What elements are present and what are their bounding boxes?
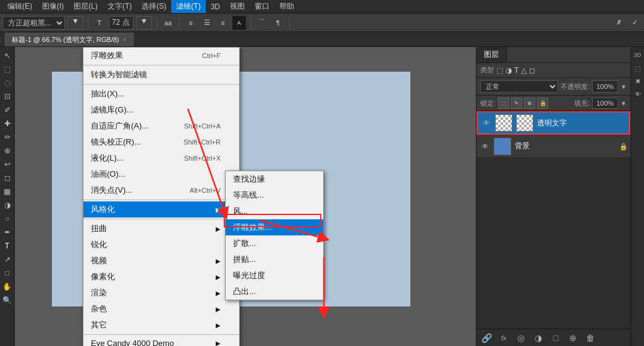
align-center-icon[interactable]: ☰ [200, 16, 214, 30]
layer-item-bg[interactable]: 👁 背景 🔒 [477, 135, 630, 158]
3d-panel-btn[interactable]: 3D [632, 49, 643, 61]
lock-icon-all[interactable]: 🔒 [537, 98, 548, 109]
delete-layer-btn[interactable]: 🗑 [584, 332, 596, 344]
menu-item-pixelate[interactable]: 像素化 ▶ [83, 269, 239, 285]
menu-item-noise[interactable]: 杂色 ▶ [83, 301, 239, 317]
select-tool[interactable]: ⬚ [1, 63, 14, 75]
layer-item-text[interactable]: 👁 透明文字 [477, 111, 630, 135]
menu-item-smart-filter[interactable]: 转换为智能滤镜 [83, 67, 239, 83]
new-group-btn[interactable]: □ [549, 332, 562, 344]
lock-icon-move[interactable]: ⊕ [524, 98, 535, 109]
menu-item-float-effect-top[interactable]: 浮雕效果 Ctrl+F [83, 48, 239, 64]
menu-item-video[interactable]: 视频 ▶ [83, 253, 239, 269]
menu-item-vanishing[interactable]: 消失点(V)... Alt+Ctrl+V [83, 182, 239, 198]
font-size-dropdown[interactable]: ▼ [136, 16, 152, 30]
add-mask-btn[interactable]: ◎ [515, 332, 527, 344]
text-color-icon[interactable]: A [232, 16, 246, 30]
menu-item-eye-candy-demo[interactable]: Eye Candy 4000 Demo ▶ [83, 336, 239, 346]
blur-tool[interactable]: ◑ [1, 199, 14, 211]
stylize-item-equal-high[interactable]: 等高线... [226, 187, 323, 203]
shape-tool[interactable]: □ [1, 267, 14, 279]
layer-eye-bg[interactable]: 👁 [480, 141, 490, 151]
pen-tool[interactable]: ✒ [1, 226, 14, 238]
adjustment-btn[interactable]: ◑ [532, 332, 544, 344]
canvas-tab[interactable]: 标题-1 @ 66.7% (透明文字, RGB/8) × [5, 33, 133, 46]
menu-item-filter-gallery[interactable]: 滤镜库(G)... [83, 102, 239, 118]
menu-item-oil[interactable]: 油画(O)... [83, 166, 239, 182]
layers-tab-layers[interactable]: 图层 [477, 47, 507, 62]
stamp-tool[interactable]: ⊕ [1, 145, 14, 157]
stylize-item-wind[interactable]: 风... [226, 203, 323, 219]
lock-icon-draw[interactable]: ✎ [511, 98, 522, 109]
panel-btn-1[interactable]: ⬚ [632, 62, 643, 74]
menu-item-adaptive-wide[interactable]: 自适应广角(A)... Shift+Ctrl+A [83, 118, 239, 134]
heal-tool[interactable]: ✚ [1, 117, 14, 130]
dodge-tool[interactable]: ○ [1, 213, 14, 225]
menu-item-stylize[interactable]: 风格化 ▶ [83, 201, 239, 217]
hand-tool[interactable]: ✋ [1, 281, 14, 293]
stylize-item-emboss[interactable]: 凸出... [226, 284, 323, 300]
menu-item-sharpen[interactable]: 锐化 [83, 237, 239, 253]
menu-edit[interactable]: 编辑(E) [2, 0, 37, 13]
menu-filter[interactable]: 滤镜(T) [171, 0, 205, 13]
kind-icon-pixel[interactable]: ⬚ [496, 66, 503, 75]
font-style-btn[interactable]: ▼ [67, 16, 83, 30]
menu-view[interactable]: 视图 [225, 0, 250, 13]
panel-btn-2[interactable]: ✖ [632, 75, 643, 86]
new-layer-btn[interactable]: ⊕ [567, 332, 579, 344]
text-tool[interactable]: T [1, 240, 14, 252]
path-tool[interactable]: ↗ [1, 253, 14, 266]
fill-dropdown[interactable]: ▼ [621, 100, 627, 107]
lock-icon-pixels[interactable]: ⬚ [498, 98, 509, 109]
menu-item-lens-correct[interactable]: 镜头校正(R)... Shift+Ctrl+R [83, 134, 239, 150]
menu-select[interactable]: 选择(S) [137, 0, 171, 13]
opacity-value[interactable]: 100% [592, 80, 618, 93]
align-left-icon[interactable]: ≡ [184, 16, 198, 30]
confirm-btn[interactable]: ✓ [628, 16, 642, 30]
brush-tool[interactable]: ✏ [1, 131, 14, 143]
crop-tool[interactable]: ⊡ [1, 90, 14, 103]
lasso-tool[interactable]: ◌ [1, 77, 14, 89]
menu-image[interactable]: 图像(I) [37, 0, 69, 13]
link-layers-btn[interactable]: 🔗 [480, 332, 493, 344]
align-right-icon[interactable]: ≡ [216, 16, 230, 30]
kind-icon-text[interactable]: T [514, 66, 519, 75]
eyedropper-tool[interactable]: ✐ [1, 104, 14, 116]
stylize-item-mosaic[interactable]: 拼贴... [226, 251, 323, 268]
menu-item-distort[interactable]: 扭曲 ▶ [83, 221, 239, 237]
stylize-item-overexpose[interactable]: 曝光过度 [226, 268, 323, 284]
antialiasing-icon[interactable]: aa [161, 16, 175, 30]
menu-item-other[interactable]: 其它 ▶ [83, 317, 239, 333]
eraser-tool[interactable]: ◻ [1, 172, 14, 184]
stylize-item-diffuse[interactable]: 扩散... [226, 235, 323, 251]
fx-btn[interactable]: fx [498, 332, 510, 344]
blend-mode-select[interactable]: 正常 [480, 80, 558, 93]
kind-icon-shape[interactable]: △ [521, 66, 527, 75]
layer-eye-text[interactable]: 👁 [481, 118, 491, 128]
menu-item-render[interactable]: 渲染 ▶ [83, 285, 239, 301]
menu-window[interactable]: 窗口 [250, 0, 274, 13]
panel-btn-3[interactable]: 👁 [632, 88, 643, 99]
kind-icon-smart[interactable]: ◻ [529, 66, 535, 75]
char-panel-icon[interactable]: ¶ [271, 16, 285, 30]
menu-help[interactable]: 帮助 [274, 0, 299, 13]
stylize-item-float[interactable]: 浮雕效果... [226, 219, 323, 235]
stylize-item-find-edges[interactable]: 查找边缘 [226, 171, 323, 187]
menu-layer[interactable]: 图层(L) [69, 0, 103, 13]
history-tool[interactable]: ↩ [1, 158, 14, 171]
tab-close-btn[interactable]: × [123, 36, 127, 43]
zoom-tool[interactable]: 🔍 [1, 294, 14, 306]
move-tool[interactable]: ↖ [1, 49, 14, 62]
gradient-tool[interactable]: ▦ [1, 185, 14, 198]
font-size-input[interactable] [109, 16, 133, 30]
warp-text-icon[interactable]: ⌒ [255, 16, 269, 30]
menu-item-extract[interactable]: 抽出(X)... [83, 86, 239, 102]
fill-value[interactable]: 100% [592, 98, 618, 109]
kind-icon-adjustment[interactable]: ◑ [506, 66, 512, 75]
opacity-dropdown[interactable]: ▼ [621, 83, 627, 90]
menu-item-liquify[interactable]: 液化(L)... Shift+Ctrl+X [83, 150, 239, 166]
font-family-select[interactable]: 方正超粗黑... [2, 16, 65, 30]
cancel-btn[interactable]: ✗ [612, 16, 625, 30]
menu-3d[interactable]: 3D [206, 1, 225, 12]
menu-text[interactable]: 文字(T) [103, 0, 137, 13]
